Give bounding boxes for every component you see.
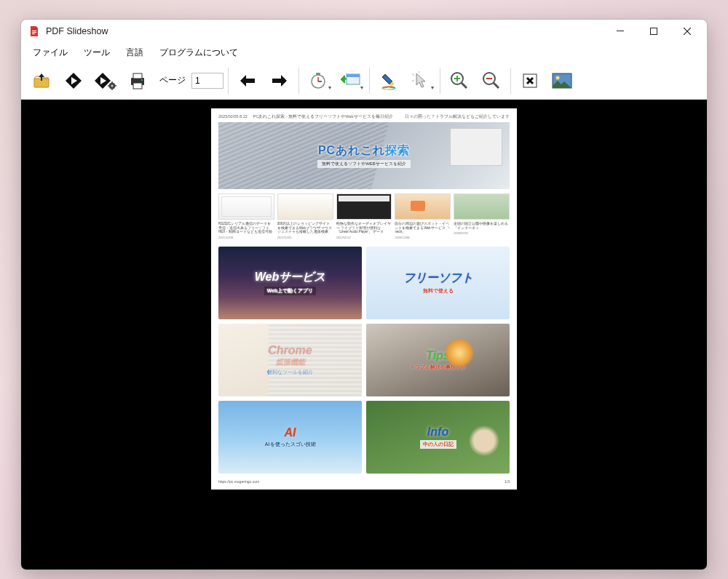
tile-ai: AIAIを使ったスゴい技術 bbox=[218, 401, 362, 474]
close-button[interactable] bbox=[670, 20, 704, 43]
app-icon bbox=[28, 25, 40, 37]
footer-url: https://pc.mogeringo.com bbox=[218, 479, 259, 484]
svg-line-22 bbox=[412, 73, 414, 76]
prev-page-button[interactable] bbox=[233, 66, 262, 95]
svg-point-14 bbox=[141, 79, 143, 81]
page-header: 2025/02/05 8:22 PCあれこれ探索 - 無料で使えるフリーソフトや… bbox=[218, 114, 510, 119]
svg-line-30 bbox=[494, 83, 499, 88]
svg-rect-12 bbox=[133, 73, 142, 79]
tile-chrome: Chrome拡張機能便利なツールを紹介 bbox=[218, 324, 362, 396]
article-caption: 300店以上のショッピングサイトを検索できるWebブラウザ マウスジェスチャも搭… bbox=[277, 222, 333, 239]
close-document-button[interactable] bbox=[515, 66, 545, 95]
page-label: ページ bbox=[155, 74, 189, 87]
interval-button[interactable]: ▾ bbox=[304, 66, 333, 95]
app-window: PDF Slideshow ファイル ツール 言語 プログラムについて ページ bbox=[20, 19, 708, 570]
tile-web-service: WebサービスWeb上で動くアプリ bbox=[218, 247, 362, 319]
article-caption: 全国の国立公園や映像を楽しめる「インターネッ2020/07/31 bbox=[454, 222, 510, 239]
article-caption: 軽快な動作なオーディオプレイヤー ライブラリ管理が便利な「Linear Audi… bbox=[336, 222, 392, 239]
play-button[interactable] bbox=[59, 66, 88, 95]
svg-rect-20 bbox=[347, 74, 360, 77]
svg-rect-13 bbox=[133, 83, 142, 89]
minimize-button[interactable] bbox=[604, 20, 637, 43]
titlebar: PDF Slideshow bbox=[21, 20, 707, 43]
toolbar: ページ ▾ ▾ ▾ bbox=[21, 62, 707, 100]
page-input[interactable] bbox=[191, 73, 223, 89]
image-button[interactable] bbox=[547, 66, 577, 95]
page-header-mid: PCあれこれ探索 - 無料で使えるフリーソフトやWebサービスを毎日紹介 bbox=[253, 114, 393, 119]
svg-rect-0 bbox=[32, 31, 36, 31]
document-viewport[interactable]: 2025/02/05 8:22 PCあれこれ探索 - 無料で使えるフリーソフトや… bbox=[21, 100, 707, 570]
cursor-button[interactable]: ▾ bbox=[406, 66, 435, 95]
print-button[interactable] bbox=[123, 66, 152, 95]
tile-info: Info中の人の日記 bbox=[366, 401, 510, 474]
banner-subtitle: 無料で使えるソフトやWEBサービスを紹介 bbox=[317, 160, 411, 168]
chevron-down-icon: ▾ bbox=[431, 84, 434, 91]
page-footer: https://pc.mogeringo.com 1/3 bbox=[218, 479, 510, 484]
menu-about[interactable]: プログラムについて bbox=[152, 44, 245, 61]
menu-tools[interactable]: ツール bbox=[76, 44, 117, 61]
article-thumbnails bbox=[218, 193, 510, 220]
svg-point-34 bbox=[556, 76, 560, 79]
svg-line-26 bbox=[462, 83, 467, 88]
svg-line-24 bbox=[412, 80, 414, 81]
next-page-button[interactable] bbox=[265, 66, 294, 95]
zoom-in-button[interactable] bbox=[445, 66, 474, 95]
svg-rect-2 bbox=[32, 33, 35, 34]
window-title: PDF Slideshow bbox=[46, 26, 108, 36]
toolbar-separator bbox=[440, 68, 440, 94]
toolbar-separator bbox=[510, 68, 511, 94]
highlight-button[interactable] bbox=[374, 66, 403, 95]
zoom-out-button[interactable] bbox=[477, 66, 506, 95]
category-tiles: WebサービスWeb上で動くアプリ フリーソフト無料で使える Chrome拡張機… bbox=[218, 247, 510, 474]
banner: PCあれこれ探索 無料で使えるソフトやWEBサービスを紹介 bbox=[218, 122, 510, 189]
tile-tips: Tipsトラブル解決や裏技とか bbox=[366, 324, 510, 396]
chevron-down-icon: ▾ bbox=[360, 84, 363, 91]
thumbnail bbox=[395, 193, 451, 220]
svg-rect-1 bbox=[32, 32, 36, 33]
toolbar-separator bbox=[298, 68, 299, 94]
banner-title: PCあれこれ探索 bbox=[318, 143, 410, 159]
article-caption: 自分の周辺の遊びスポット・イベントを検索できるWebサービス「-nacri」20… bbox=[395, 222, 451, 239]
article-caption: RS232Cシリアル通信のデータを受信・送信出来るフリーソフト HEX・制御コー… bbox=[218, 222, 274, 239]
thumbnail bbox=[277, 193, 333, 220]
thumbnail bbox=[218, 193, 274, 220]
tile-freesoft: フリーソフト無料で使える bbox=[366, 247, 510, 319]
footer-page-number: 1/3 bbox=[505, 479, 510, 484]
open-file-button[interactable] bbox=[27, 66, 56, 95]
menu-language[interactable]: 言語 bbox=[119, 44, 151, 61]
chevron-down-icon: ▾ bbox=[328, 84, 331, 91]
menu-file[interactable]: ファイル bbox=[25, 44, 75, 61]
svg-rect-3 bbox=[617, 31, 624, 31]
page-timestamp: 2025/02/05 8:22 bbox=[218, 114, 248, 119]
toolbar-separator bbox=[369, 68, 370, 94]
svg-rect-16 bbox=[316, 73, 320, 75]
thumbnail bbox=[454, 193, 510, 220]
svg-rect-4 bbox=[651, 28, 657, 35]
thumbnail bbox=[336, 193, 392, 220]
play-settings-button[interactable] bbox=[91, 66, 120, 95]
maximize-button[interactable] bbox=[637, 20, 670, 43]
pdf-page: 2025/02/05 8:22 PCあれこれ探索 - 無料で使えるフリーソフトや… bbox=[211, 108, 517, 490]
window-controls bbox=[604, 20, 704, 43]
transition-button[interactable]: ▾ bbox=[336, 66, 365, 95]
toolbar-separator bbox=[228, 68, 229, 94]
article-captions: RS232Cシリアル通信のデータを受信・送信出来るフリーソフト HEX・制御コー… bbox=[218, 222, 510, 239]
svg-point-6 bbox=[111, 84, 114, 87]
menubar: ファイル ツール 言語 プログラムについて bbox=[21, 43, 707, 62]
svg-line-23 bbox=[419, 71, 420, 73]
page-header-right: 日々の困った？トラブル解決などもご紹介しています bbox=[405, 114, 510, 119]
